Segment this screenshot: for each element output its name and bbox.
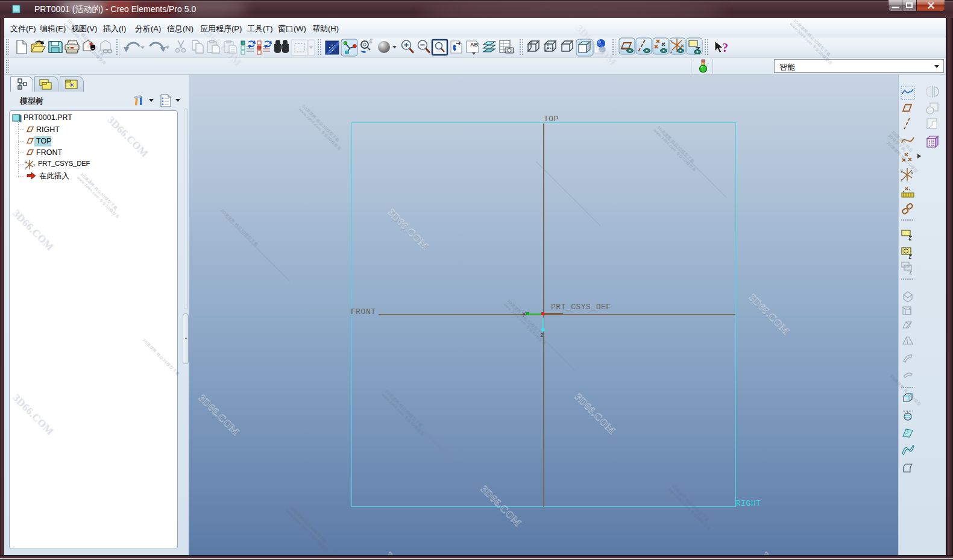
svg-text:✳: ✳ xyxy=(69,81,74,89)
svg-text:?: ? xyxy=(722,41,728,54)
svg-text:AB: AB xyxy=(470,42,478,48)
svg-text:y: y xyxy=(670,39,673,43)
svg-text:y: y xyxy=(25,160,27,163)
svg-text:y: y xyxy=(901,168,903,173)
svg-text:z: z xyxy=(25,166,27,170)
svg-text:x: x xyxy=(33,163,36,167)
svg-text:z: z xyxy=(901,178,903,182)
svg-text:z: z xyxy=(670,49,673,54)
